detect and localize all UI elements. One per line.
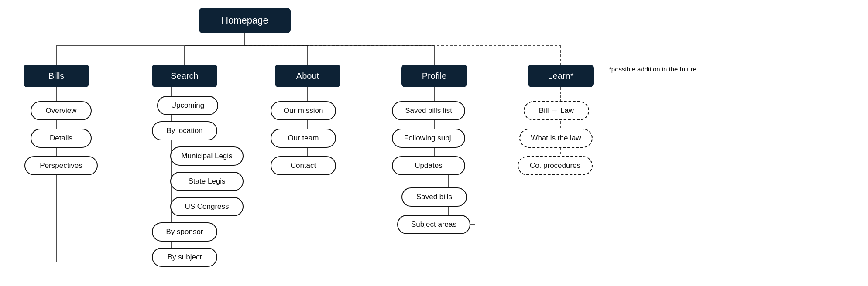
us-congress-node: US Congress	[170, 197, 244, 216]
contact-node: Contact	[271, 156, 336, 175]
co-procedures-node: Co. procedures	[518, 156, 593, 175]
details-node: Details	[31, 129, 92, 148]
perspectives-node: Perspectives	[24, 156, 98, 175]
following-subj-node: Following subj.	[392, 129, 465, 148]
homepage-node: Homepage	[199, 8, 291, 33]
subject-areas-node: Subject areas	[397, 215, 470, 234]
bills-node: Bills	[24, 65, 89, 87]
learn-note: *possible addition in the future	[609, 65, 696, 74]
bill-law-node: Bill → Law	[524, 101, 589, 120]
by-location-node: By location	[152, 121, 217, 140]
our-mission-node: Our mission	[271, 101, 336, 120]
learn-node: Learn*	[528, 65, 594, 87]
our-team-node: Our team	[271, 129, 336, 148]
about-node: About	[275, 65, 340, 87]
by-subject-node: By subject	[152, 248, 217, 267]
upcoming-node: Upcoming	[157, 96, 218, 115]
what-is-law-node: What is the law	[519, 129, 593, 148]
municipal-node: Municipal Legis	[170, 146, 244, 166]
saved-bills-node: Saved bills	[401, 187, 467, 207]
by-sponsor-node: By sponsor	[152, 222, 217, 242]
overview-node: Overview	[31, 101, 92, 120]
profile-node: Profile	[401, 65, 467, 87]
state-legis-node: State Legis	[170, 172, 244, 191]
updates-node: Updates	[392, 156, 465, 175]
sitemap-diagram: Homepage Bills Search About Profile Lear…	[0, 0, 868, 286]
search-node: Search	[152, 65, 217, 87]
saved-bills-list-node: Saved bills list	[392, 101, 465, 120]
